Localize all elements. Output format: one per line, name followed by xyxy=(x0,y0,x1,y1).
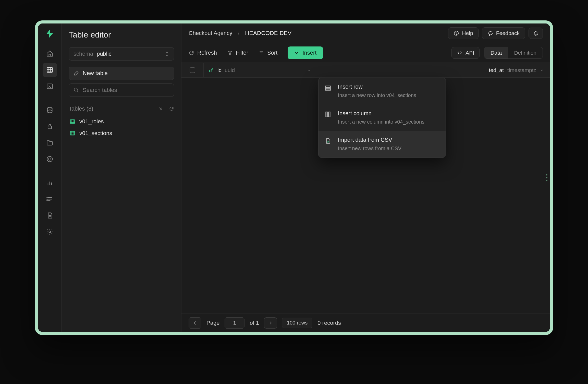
svg-point-14 xyxy=(456,34,457,34)
chevron-down-icon xyxy=(294,51,299,55)
edit-icon xyxy=(74,70,79,76)
search-icon xyxy=(74,87,79,93)
table-item[interactable]: v01_roles xyxy=(69,116,174,127)
page-input[interactable] xyxy=(225,317,244,329)
table-icon xyxy=(70,119,75,124)
svg-rect-17 xyxy=(325,88,330,89)
view-toggle: Data Definition xyxy=(484,47,543,59)
breadcrumb-project[interactable]: HEADCODE DEV xyxy=(245,30,291,37)
svg-rect-0 xyxy=(47,68,52,73)
svg-point-7 xyxy=(47,199,47,199)
table-item[interactable]: v01_sections xyxy=(69,127,174,139)
topbar: Checkout Agency / HEADCODE DEV Help Feed… xyxy=(181,23,550,43)
filter-button[interactable]: Filter xyxy=(227,50,248,56)
nav-database[interactable] xyxy=(43,103,57,117)
svg-point-6 xyxy=(47,197,47,198)
svg-rect-18 xyxy=(325,89,330,90)
table-name: v01_roles xyxy=(79,118,104,125)
app-window: Table editor schema public New table xyxy=(38,23,550,332)
prev-page-button[interactable] xyxy=(189,317,201,329)
nav-auth[interactable] xyxy=(43,119,57,134)
svg-rect-19 xyxy=(326,112,327,117)
api-button[interactable]: API xyxy=(451,47,480,59)
refresh-icon xyxy=(189,50,194,56)
nav-edge[interactable] xyxy=(43,152,57,166)
feedback-button[interactable]: Feedback xyxy=(482,27,525,39)
svg-point-8 xyxy=(47,200,47,201)
svg-point-5 xyxy=(48,158,51,160)
svg-point-4 xyxy=(47,157,52,162)
nav-reports[interactable] xyxy=(43,176,57,190)
next-page-button[interactable] xyxy=(264,317,277,329)
insert-row-icon xyxy=(325,83,333,99)
nav-sql[interactable] xyxy=(43,79,57,93)
schema-label: schema xyxy=(74,51,93,57)
page-of: of 1 xyxy=(250,320,259,326)
new-table-label: New table xyxy=(83,70,108,77)
breadcrumb: Checkout Agency / HEADCODE DEV xyxy=(189,30,291,37)
table-name: v01_sections xyxy=(79,130,112,137)
chevron-down-icon xyxy=(540,68,544,72)
filter-icon xyxy=(227,50,233,56)
column-header-created-at[interactable]: ted_at timestamptz xyxy=(316,63,550,77)
insert-column-icon xyxy=(325,110,333,125)
breadcrumb-sep: / xyxy=(238,30,239,37)
nav-table-editor[interactable] xyxy=(43,63,57,77)
svg-rect-16 xyxy=(325,86,330,87)
chevron-down-icon xyxy=(307,68,311,72)
sort-button[interactable]: Sort xyxy=(259,50,277,56)
svg-rect-11 xyxy=(70,120,75,124)
new-table-button[interactable]: New table xyxy=(69,67,174,80)
record-count: 0 records xyxy=(317,320,341,326)
refresh-tables-icon[interactable] xyxy=(169,106,174,111)
nav-settings[interactable] xyxy=(43,225,57,239)
footer: Page of 1 100 rows 0 records xyxy=(181,314,550,332)
svg-point-9 xyxy=(49,231,51,233)
page-label: Page xyxy=(206,320,219,326)
chat-icon xyxy=(487,30,493,36)
schema-select[interactable]: schema public xyxy=(69,47,174,61)
tab-data[interactable]: Data xyxy=(484,47,508,58)
svg-point-2 xyxy=(47,107,52,109)
refresh-button[interactable]: Refresh xyxy=(189,50,217,56)
search-input[interactable] xyxy=(83,87,169,93)
svg-point-15 xyxy=(209,70,211,72)
notifications-button[interactable] xyxy=(529,28,543,39)
svg-point-10 xyxy=(74,88,78,91)
menu-insert-row[interactable]: Insert row Insert a new row into v04_sec… xyxy=(318,78,446,104)
table-icon xyxy=(70,130,75,136)
help-button[interactable]: Help xyxy=(448,27,479,39)
menu-insert-column[interactable]: Insert column Insert a new column into v… xyxy=(318,104,446,131)
select-all-checkbox[interactable] xyxy=(181,67,203,73)
collapse-icon[interactable] xyxy=(158,106,163,111)
nav-docs[interactable] xyxy=(43,208,57,223)
nav-logs[interactable] xyxy=(43,192,57,206)
nav-home[interactable] xyxy=(43,46,57,61)
menu-import-csv[interactable]: Import data from CSV Insert new rows fro… xyxy=(318,131,446,158)
bell-icon xyxy=(533,30,538,36)
sort-icon xyxy=(259,50,264,56)
breadcrumb-org[interactable]: Checkout Agency xyxy=(189,30,232,37)
column-header-row: id uuid ted_at timestamptz xyxy=(181,63,550,78)
nav-rail xyxy=(38,23,62,332)
chevron-updown-icon xyxy=(165,51,169,57)
primary-key-icon xyxy=(208,67,214,73)
import-csv-icon xyxy=(325,137,333,152)
sidebar-title: Table editor xyxy=(69,30,174,40)
sidebar: Table editor schema public New table xyxy=(62,23,181,332)
insert-menu: Insert row Insert a new row into v04_sec… xyxy=(318,78,446,158)
search-tables[interactable] xyxy=(69,83,174,97)
column-header-id[interactable]: id uuid xyxy=(203,63,316,77)
schema-value: public xyxy=(97,51,165,57)
help-icon xyxy=(454,30,459,36)
rows-per-page[interactable]: 100 rows xyxy=(282,318,312,328)
tables-heading: Tables (8) xyxy=(69,105,93,112)
nav-storage[interactable] xyxy=(43,136,57,150)
toolbar: Refresh Filter Sort Insert xyxy=(181,43,550,63)
svg-rect-20 xyxy=(327,112,328,117)
insert-button[interactable]: Insert xyxy=(288,46,323,59)
tab-definition[interactable]: Definition xyxy=(508,47,543,58)
main-panel: Checkout Agency / HEADCODE DEV Help Feed… xyxy=(181,23,550,332)
code-icon xyxy=(457,50,462,56)
grid-body: Insert row Insert a new row into v04_sec… xyxy=(181,78,550,314)
